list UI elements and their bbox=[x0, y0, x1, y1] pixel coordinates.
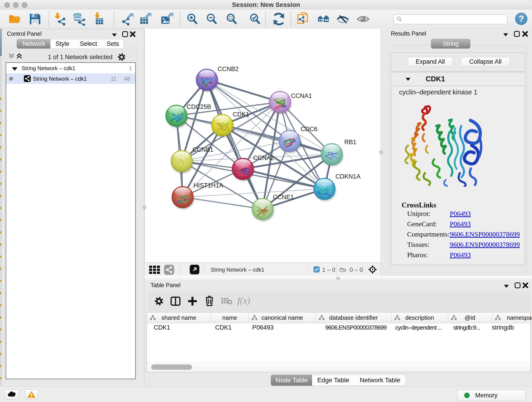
svg-text:HIST1H1A: HIST1H1A bbox=[194, 182, 223, 189]
svg-text:CCNA2: CCNA2 bbox=[253, 154, 274, 161]
svg-text:CDK1: CDK1 bbox=[233, 111, 249, 118]
svg-text:CDKN1A: CDKN1A bbox=[336, 173, 361, 180]
svg-text:CCNB1: CCNB1 bbox=[192, 146, 214, 153]
svg-text:CDC25B: CDC25B bbox=[187, 103, 211, 110]
svg-text:CCNA1: CCNA1 bbox=[291, 92, 312, 99]
svg-text:CCNE1: CCNE1 bbox=[273, 194, 294, 201]
svg-text:CDC6: CDC6 bbox=[301, 126, 317, 133]
svg-text:RB1: RB1 bbox=[344, 139, 356, 146]
svg-text:CCNB2: CCNB2 bbox=[218, 65, 239, 72]
